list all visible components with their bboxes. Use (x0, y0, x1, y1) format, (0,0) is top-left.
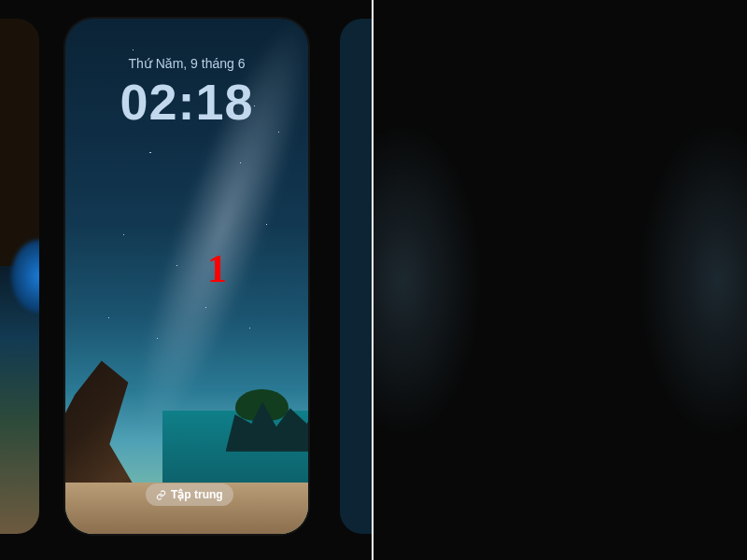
prev-wallpaper-peek[interactable] (0, 19, 39, 534)
lockscreen-preview-1[interactable]: Thứ Năm, 9 tháng 6 02:18 Tập trung (65, 19, 308, 534)
next-wallpaper-peek[interactable] (340, 19, 372, 534)
step-number-1: 1 (207, 246, 227, 291)
lockscreen-time: 02:18 (65, 73, 308, 131)
lockscreen-date: Thứ Năm, 9 tháng 6 (65, 56, 308, 71)
step-1-panel: Thứ Năm, 9 tháng 6 02:18 Tập trung 1 (0, 0, 372, 560)
link-icon (156, 490, 166, 500)
step-2-panel: Thứ Năm, 9 tháng 6 02:18 Tập trung 2 Xóa… (374, 0, 747, 560)
focus-pill[interactable]: Tập trung (146, 483, 233, 506)
focus-pill-label: Tập trung (171, 488, 223, 501)
